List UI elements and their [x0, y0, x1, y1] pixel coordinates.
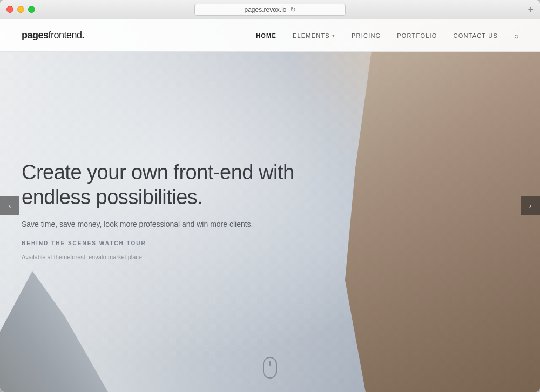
search-icon[interactable]: ⌕ — [514, 31, 518, 40]
nav-links: HOME ELEMENTS ▾ PRICING PORTFOLIO CONTAC… — [256, 31, 518, 40]
hero-text-section: Create your own front-end with endless p… — [22, 160, 302, 261]
slider-next-button[interactable]: › — [521, 196, 540, 215]
refresh-icon[interactable]: ↻ — [290, 5, 296, 13]
nav-elements[interactable]: ELEMENTS ▾ — [293, 32, 335, 39]
brand-logo[interactable]: pages frontend . — [22, 30, 85, 41]
nav-contact[interactable]: CONTACT US — [454, 32, 498, 39]
mac-titlebar: pages.revox.io ↻ + — [0, 0, 540, 19]
new-tab-button[interactable]: + — [528, 5, 534, 15]
hero-headline: Create your own front-end with endless p… — [22, 160, 302, 209]
scroll-dot — [269, 361, 271, 366]
navbar: pages frontend . HOME ELEMENTS ▾ PRICING… — [0, 19, 540, 52]
brand-pages: pages — [22, 30, 49, 41]
slider-prev-button[interactable]: ‹ — [0, 196, 19, 215]
hero-subtext: Save time, save money, look more profess… — [22, 218, 302, 230]
url-text: pages.revox.io — [244, 6, 286, 13]
scroll-indicator — [263, 357, 277, 379]
close-button[interactable] — [6, 6, 14, 13]
nav-pricing[interactable]: PRICING — [352, 32, 381, 39]
minimize-button[interactable] — [17, 6, 24, 13]
site-content: pages frontend . HOME ELEMENTS ▾ PRICING… — [0, 19, 540, 392]
hero-availability: Available at themeforest. envato market … — [22, 254, 144, 260]
chevron-left-icon: ‹ — [9, 201, 11, 210]
nav-portfolio[interactable]: PORTFOLIO — [397, 32, 437, 39]
chevron-right-icon: › — [529, 201, 532, 210]
mac-window: pages.revox.io ↻ + pages frontend . HOME… — [0, 0, 540, 392]
nav-home[interactable]: HOME — [256, 32, 276, 39]
brand-frontend: frontend — [49, 30, 82, 41]
chevron-down-icon: ▾ — [332, 33, 335, 38]
mac-window-buttons — [6, 6, 35, 13]
hero-cta-link[interactable]: BEHIND THE SCENES WATCH TOUR — [22, 240, 302, 246]
url-bar[interactable]: pages.revox.io ↻ — [194, 4, 346, 16]
brand-dot: . — [82, 30, 85, 41]
nav-elements-label: ELEMENTS — [293, 32, 330, 39]
maximize-button[interactable] — [28, 6, 35, 13]
